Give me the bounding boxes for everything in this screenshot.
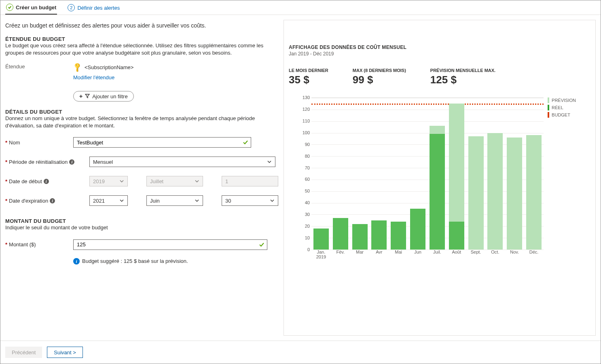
chevron-down-icon	[195, 179, 199, 184]
y-tick-label: 10	[294, 235, 310, 240]
details-desc: Donnez un nom unique à votre budget. Sél…	[5, 115, 264, 129]
y-tick-label: 110	[294, 119, 310, 123]
next-button[interactable]: Suivant >	[47, 347, 83, 358]
start-year-select: 2019	[89, 176, 128, 186]
amount-heading: MONTANT DU BUDGET	[5, 218, 279, 224]
tab-create-budget[interactable]: Créer un budget	[5, 0, 57, 15]
bar-group	[333, 98, 348, 250]
previous-button: Précédent	[5, 347, 42, 358]
stat-last-month-value: 35 $	[289, 74, 328, 86]
tab-define-alerts[interactable]: 2 Définir des alertes	[67, 0, 121, 15]
modify-scope-link[interactable]: Modifier l'étendue	[73, 74, 134, 80]
info-icon[interactable]: i	[50, 198, 55, 203]
reset-label: Période de réinitialisation	[9, 159, 68, 165]
scope-desc: Le budget que vous créez sera affecté à …	[5, 42, 264, 56]
info-icon[interactable]: i	[69, 159, 74, 165]
filter-icon	[85, 93, 90, 99]
chevron-down-icon	[119, 179, 124, 184]
bar-group	[487, 98, 503, 250]
amount-desc: Indiquer le seuil du montant de votre bu…	[5, 224, 264, 231]
add-filter-button[interactable]: + Ajouter un filtre	[73, 91, 134, 102]
preview-title: AFFICHAGE DES DONNÉES DE COÛT MENSUEL	[289, 44, 590, 50]
x-tick-label: Oct.	[487, 250, 503, 259]
end-day-select[interactable]: 30	[222, 195, 278, 206]
end-year-select[interactable]: 2021	[89, 195, 128, 206]
name-input[interactable]	[73, 137, 251, 148]
bar-forecast	[468, 136, 484, 250]
name-label: Nom	[9, 140, 20, 146]
info-blue-icon: i	[73, 258, 80, 265]
y-tick-label: 40	[294, 200, 310, 205]
amount-suggestion: Budget suggéré : 125 $ basé sur la prévi…	[82, 258, 188, 264]
bar-group	[468, 98, 484, 250]
swatch-budget	[548, 112, 549, 118]
bar-real	[391, 222, 406, 250]
end-month-select[interactable]: Juin	[146, 195, 203, 206]
y-tick-label: 100	[294, 130, 310, 135]
chevron-down-icon	[270, 198, 275, 203]
reset-period-value: Mensuel	[93, 159, 113, 165]
preview-pane: AFFICHAGE DES DONNÉES DE COÛT MENSUEL Ja…	[284, 20, 596, 336]
amount-input[interactable]	[73, 239, 267, 250]
bar-real	[371, 220, 387, 250]
x-tick-label: Jun	[410, 250, 425, 259]
x-tick-label: Sept.	[468, 250, 484, 259]
bar-real	[352, 224, 368, 250]
reset-period-select[interactable]: Mensuel	[89, 157, 275, 167]
y-tick-label: 120	[294, 107, 310, 112]
bar-group	[449, 98, 464, 250]
x-tick-label: Avr	[371, 250, 387, 259]
bar-group	[352, 98, 368, 250]
x-tick-label: Août	[449, 250, 464, 259]
chart-legend: PRÉVISION RÉEL BUDGET	[548, 97, 576, 118]
plus-icon: +	[79, 93, 83, 99]
bar-forecast	[526, 135, 542, 250]
chevron-down-icon	[195, 198, 199, 203]
bar-group	[313, 98, 329, 250]
bar-group	[391, 98, 406, 250]
bar-group	[371, 98, 387, 250]
x-tick-label: Fèv.	[333, 250, 348, 259]
y-tick-label: 90	[294, 142, 310, 147]
y-tick-label: 30	[294, 212, 310, 217]
tab-define-alerts-label: Définir des alertes	[77, 5, 120, 11]
intro-text: Créez un budget et définissez des alerte…	[5, 22, 279, 29]
add-filter-label: Ajouter un filtre	[92, 93, 127, 99]
scope-heading: ÉTENDUE DU BUDGET	[5, 36, 279, 42]
info-icon[interactable]: i	[44, 179, 49, 184]
x-tick-label: Mai	[391, 250, 406, 259]
bar-real	[313, 229, 329, 250]
bar-real	[410, 209, 425, 250]
bar-forecast	[507, 138, 522, 250]
bar-real	[430, 134, 445, 250]
check-icon	[6, 4, 13, 11]
cost-chart: PRÉVISION RÉEL BUDGET Jan. 2019Fèv.MarAv…	[289, 97, 544, 259]
required-star: *	[5, 140, 7, 146]
y-tick-label: 50	[294, 188, 310, 193]
stat-forecast-label: PRÉVISION MENSUELLE MAX.	[430, 68, 495, 73]
end-label: Date d'expiration	[9, 198, 48, 204]
y-tick-label: 0	[294, 247, 310, 252]
chevron-down-icon	[119, 198, 124, 203]
swatch-real	[548, 105, 549, 110]
scope-label: Étendue	[5, 63, 62, 102]
details-heading: DÉTAILS DU BUDGET	[5, 109, 279, 115]
y-tick-label: 80	[294, 154, 310, 159]
x-tick-label: Nov.	[507, 250, 522, 259]
stat-max-label: MAX (8 DERNIERS MOIS)	[353, 68, 406, 73]
bar-group	[430, 98, 445, 250]
tab-create-budget-label: Créer un budget	[16, 4, 56, 11]
stat-last-month-label: LE MOIS DERNIER	[289, 68, 328, 73]
y-tick-label: 20	[294, 224, 310, 229]
stat-forecast-value: 125 $	[430, 74, 495, 86]
start-day-input	[222, 176, 278, 186]
x-tick-label: Juil.	[430, 250, 445, 259]
bar-real	[449, 222, 464, 250]
x-tick-label: Mar	[352, 250, 368, 259]
wizard-tabs: Créer un budget 2 Définir des alertes	[0, 0, 601, 15]
bar-group	[410, 98, 425, 250]
y-tick-label: 130	[294, 95, 310, 100]
preview-period: Jan 2019 - Déc 2019	[289, 51, 590, 57]
key-icon: 🔑	[72, 62, 83, 73]
stat-max-value: 99 $	[353, 74, 406, 86]
